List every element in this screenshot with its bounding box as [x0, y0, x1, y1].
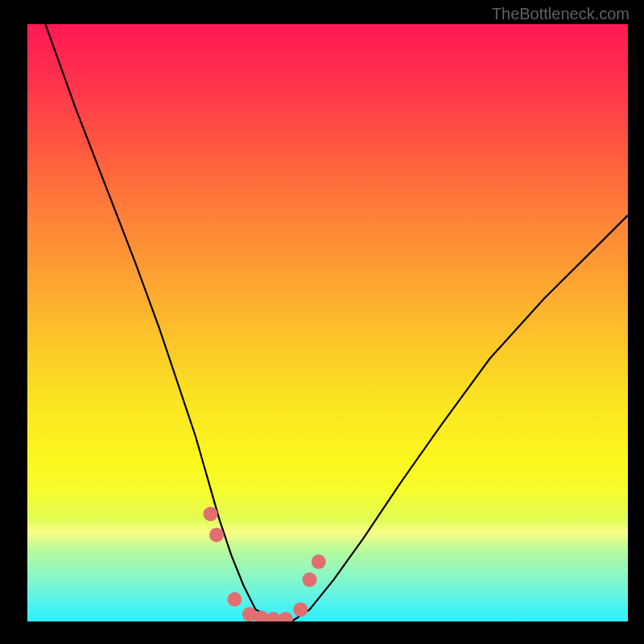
highlight-marker	[279, 612, 293, 621]
highlight-marker	[209, 527, 224, 542]
highlight-marker	[227, 592, 242, 607]
highlight-marker	[293, 602, 308, 617]
highlight-marker	[303, 572, 317, 587]
bottleneck-curve-svg	[27, 24, 628, 621]
bottleneck-curve-path	[45, 24, 628, 621]
chart-plot-area	[27, 24, 628, 621]
watermark-text: TheBottleneck.com	[492, 5, 630, 23]
highlight-marker	[204, 506, 218, 521]
highlight-marker	[312, 555, 326, 569]
